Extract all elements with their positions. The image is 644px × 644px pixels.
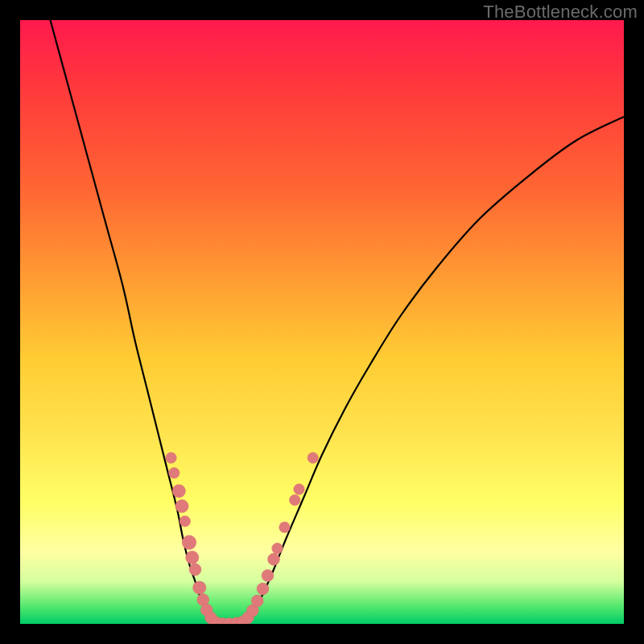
data-marker [169, 468, 180, 479]
data-marker [189, 564, 201, 576]
data-marker [294, 484, 305, 495]
data-marker [268, 553, 280, 565]
data-marker [272, 543, 283, 555]
plot-area [20, 20, 624, 624]
chart-svg [20, 20, 624, 624]
curve-right-branch [245, 117, 624, 623]
data-marker [186, 551, 199, 564]
data-marker [257, 583, 269, 595]
data-marker [279, 522, 291, 533]
data-marker [166, 452, 177, 464]
data-marker [182, 535, 196, 550]
chart-frame: TheBottleneck.com [0, 0, 644, 644]
data-marker [180, 516, 191, 527]
data-marker [251, 595, 263, 607]
data-marker [172, 485, 185, 497]
data-marker [175, 500, 188, 513]
data-marker [262, 570, 274, 582]
data-marker [308, 452, 319, 464]
marker-layer [166, 452, 319, 624]
curve-left-branch [51, 20, 213, 623]
data-marker [290, 495, 301, 506]
data-marker [193, 581, 206, 594]
